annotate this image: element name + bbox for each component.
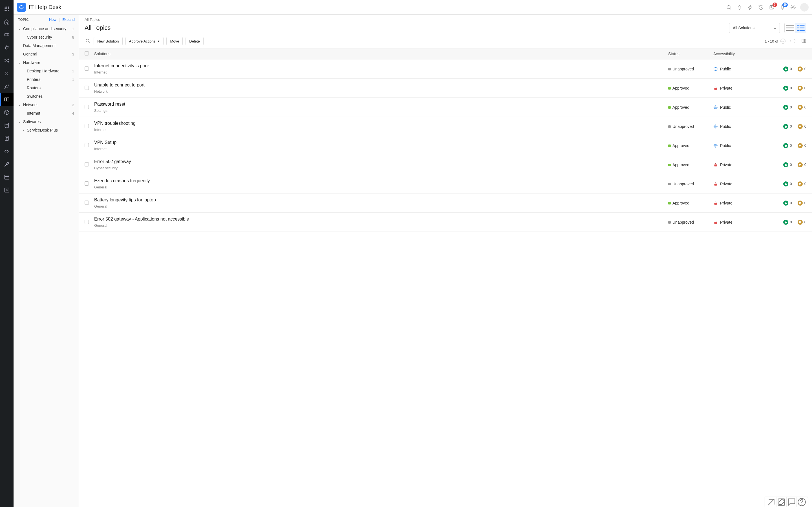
layout-icon[interactable] <box>0 171 13 184</box>
avatar[interactable] <box>800 3 809 11</box>
like-icon[interactable] <box>783 124 788 129</box>
svg-rect-27 <box>714 184 717 185</box>
sidebar-item[interactable]: Printers1 <box>13 75 79 83</box>
table-search-icon[interactable] <box>85 37 91 45</box>
row-checkbox[interactable] <box>85 124 89 128</box>
accessibility-label: Private <box>720 86 732 91</box>
sidebar-item[interactable]: General3 <box>13 50 79 58</box>
row-checkbox[interactable] <box>85 66 89 71</box>
delete-button[interactable]: Delete <box>186 37 204 45</box>
approvals-icon[interactable]: 3 <box>766 2 777 13</box>
col-status[interactable]: Status <box>668 52 713 56</box>
solution-title[interactable]: Ezeedoc crashes frequently <box>94 178 668 183</box>
database-icon[interactable] <box>0 119 13 132</box>
comment-icon[interactable] <box>798 220 803 225</box>
home-icon[interactable] <box>0 15 13 28</box>
col-accessibility[interactable]: Accessibility <box>713 52 772 56</box>
notifications-icon[interactable]: 19 <box>777 2 788 13</box>
new-solution-button[interactable]: New Solution <box>94 37 123 45</box>
like-icon[interactable] <box>783 105 788 110</box>
sidebar-item[interactable]: Data Management <box>13 41 79 50</box>
like-icon[interactable] <box>783 66 788 71</box>
knowledge-icon[interactable] <box>0 93 13 106</box>
select-all-checkbox[interactable] <box>85 51 89 55</box>
compose-icon[interactable] <box>776 497 786 507</box>
history-icon[interactable] <box>756 2 766 13</box>
pager-next-icon[interactable]: 〉 <box>794 39 798 44</box>
accessibility-label: Public <box>720 67 731 71</box>
invoice-icon[interactable] <box>0 132 13 145</box>
solution-title[interactable]: VPN Setup <box>94 140 668 145</box>
comment-icon[interactable] <box>798 124 803 129</box>
row-checkbox[interactable] <box>85 143 89 147</box>
solution-title[interactable]: VPN troubleshooting <box>94 121 668 126</box>
zia-icon[interactable] <box>766 497 776 507</box>
pager-prev-icon[interactable]: 〈 <box>788 39 792 44</box>
reports-icon[interactable] <box>0 184 13 196</box>
breadcrumb[interactable]: All Topics <box>79 15 812 22</box>
approve-actions-button[interactable]: Approve Actions▼ <box>125 37 164 45</box>
row-checkbox[interactable] <box>85 162 89 166</box>
like-icon[interactable] <box>783 86 788 91</box>
list-view-icon[interactable] <box>784 23 795 33</box>
like-icon[interactable] <box>783 162 788 167</box>
sidebar-item[interactable]: ⌄Network3 <box>13 101 79 109</box>
comment-icon[interactable] <box>798 181 803 186</box>
row-checkbox[interactable] <box>85 105 89 109</box>
comment-count: 0 <box>804 124 806 128</box>
like-icon[interactable] <box>783 220 788 225</box>
help-icon[interactable] <box>797 497 807 507</box>
solution-title[interactable]: Internet connectivity is poor <box>94 63 668 68</box>
row-checkbox[interactable] <box>85 181 89 186</box>
solution-title[interactable]: Error 502 gateway - Applications not acc… <box>94 217 668 222</box>
comment-icon[interactable] <box>798 66 803 71</box>
comment-icon[interactable] <box>798 86 803 91</box>
apps-icon[interactable] <box>0 2 13 15</box>
package-icon[interactable] <box>0 106 13 119</box>
col-solutions[interactable]: Solutions <box>94 52 668 56</box>
chat-icon[interactable] <box>786 497 797 507</box>
shuffle-icon[interactable] <box>0 54 13 67</box>
sidebar-item[interactable]: Desktop Hardware1 <box>13 67 79 75</box>
sidebar-item[interactable]: Cyber security8 <box>13 33 79 41</box>
comment-icon[interactable] <box>798 105 803 110</box>
expand-topics-link[interactable]: Expand <box>62 17 75 22</box>
wrench-icon[interactable] <box>0 158 13 171</box>
new-topic-link[interactable]: New <box>49 17 56 22</box>
sidebar-item[interactable]: ⌄Softwares <box>13 117 79 126</box>
row-checkbox[interactable] <box>85 220 89 224</box>
solution-title[interactable]: Password reset <box>94 102 668 107</box>
solution-title[interactable]: Error 502 gateway <box>94 159 668 164</box>
sidebar-item[interactable]: ⌄Compliance and security1 <box>13 24 79 33</box>
ticket-icon[interactable] <box>0 28 13 41</box>
row-checkbox[interactable] <box>85 86 89 90</box>
handshake-icon[interactable] <box>0 145 13 158</box>
comment-icon[interactable] <box>798 143 803 148</box>
detail-view-icon[interactable] <box>795 23 806 33</box>
row-checkbox[interactable] <box>85 201 89 205</box>
like-icon[interactable] <box>783 181 788 186</box>
sidebar-item[interactable]: Switches <box>13 92 79 101</box>
solution-title[interactable]: Unable to connect to port <box>94 82 668 88</box>
rocket-icon[interactable] <box>0 80 13 93</box>
column-settings-icon[interactable] <box>801 38 806 44</box>
move-button[interactable]: Move <box>166 37 183 45</box>
pager-total-icon[interactable]: ••• <box>780 39 785 44</box>
sidebar-item[interactable]: Internet4 <box>13 109 79 117</box>
comment-icon[interactable] <box>798 162 803 167</box>
tools-icon[interactable] <box>0 67 13 80</box>
flash-icon[interactable] <box>745 2 756 13</box>
sidebar-item[interactable]: Routers <box>13 83 79 92</box>
bug-icon[interactable] <box>0 41 13 54</box>
solution-title[interactable]: Battery longevity tips for laptop <box>94 198 668 203</box>
search-icon[interactable] <box>723 2 734 13</box>
settings-icon[interactable] <box>788 2 799 13</box>
sidebar-item[interactable]: ›ServiceDesk Plus <box>13 126 79 134</box>
pin-icon[interactable] <box>734 2 745 13</box>
filter-select[interactable]: All Solutions <box>729 23 780 33</box>
comment-icon[interactable] <box>798 201 803 206</box>
like-icon[interactable] <box>783 143 788 148</box>
like-icon[interactable] <box>783 201 788 206</box>
sidebar-item[interactable]: ⌄Hardware <box>13 58 79 67</box>
like-count: 0 <box>790 163 792 167</box>
